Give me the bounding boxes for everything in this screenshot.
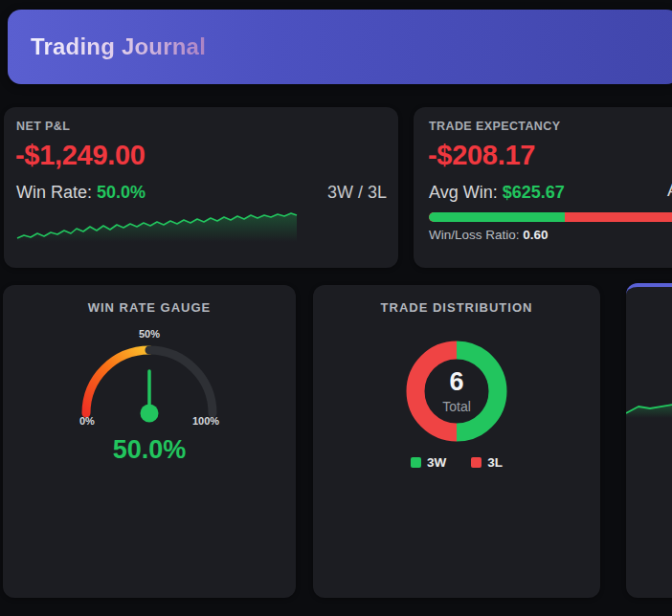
record-text: 3W / 3L xyxy=(327,183,387,203)
win-rate-gauge-title: WIN RATE GAUGE xyxy=(3,300,296,315)
app-header: Trading Journal xyxy=(8,10,672,84)
legend-item-losses[interactable]: 3L xyxy=(471,455,503,470)
avg-win-stat: Avg Win: $625.67 xyxy=(429,183,565,203)
win-loss-ratio-label: Win/Loss Ratio: xyxy=(429,228,520,242)
trade-expectancy-label: TRADE EXPECTANCY xyxy=(429,120,560,133)
win-loss-ratio-value: 0.60 xyxy=(523,228,548,242)
win-loss-bar-green-segment xyxy=(429,212,565,222)
trade-distribution-title: TRADE DISTRIBUTION xyxy=(313,300,600,315)
legend-label-losses: 3L xyxy=(487,455,503,470)
net-pnl-stat-row: Win Rate: 50.0% 3W / 3L xyxy=(16,183,387,203)
trade-expectancy-card: TRADE EXPECTANCY -$208.17 Avg Win: $625.… xyxy=(414,107,672,268)
partial-sparkline-chart xyxy=(626,400,672,419)
donut-total-label: Total xyxy=(442,399,471,414)
page-title-secondary: Journal xyxy=(115,33,206,59)
gauge-tick-50: 50% xyxy=(3,328,296,340)
legend-label-wins: 3W xyxy=(427,455,446,470)
donut-total-value: 6 xyxy=(449,369,463,395)
gauge-needle-pivot xyxy=(141,405,159,423)
win-rate-value: 50.0% xyxy=(97,183,146,202)
net-pnl-value: -$1,249.00 xyxy=(15,140,146,171)
net-pnl-label: NET P&L xyxy=(16,120,70,133)
avg-win-label: Avg Win: xyxy=(429,183,498,202)
pnl-sparkline-chart xyxy=(15,207,299,243)
donut-center-text: 6 Total xyxy=(313,341,600,442)
legend-swatch-losses xyxy=(471,457,482,468)
win-rate-stat: Win Rate: 50.0% xyxy=(16,183,146,203)
gauge-tick-100: 100% xyxy=(192,415,219,427)
legend-swatch-wins xyxy=(411,457,421,468)
gauge-value-text: 50.0% xyxy=(3,435,296,465)
page-title-primary: Trading xyxy=(31,33,115,59)
win-rate-label: Win Rate: xyxy=(16,183,92,202)
gauge-tick-0: 0% xyxy=(79,415,95,427)
win-loss-ratio-stat: Win/Loss Ratio: 0.60 xyxy=(429,228,549,242)
win-rate-gauge-card: WIN RATE GAUGE 50% 0% 100% 50.0% xyxy=(3,285,296,598)
gauge-inactive-arc xyxy=(149,350,213,413)
win-loss-bar xyxy=(429,212,672,222)
trade-distribution-card: TRADE DISTRIBUTION 6 Total 3W 3L xyxy=(313,285,600,598)
trade-expectancy-value: -$208.17 xyxy=(428,140,535,171)
gauge-active-arc xyxy=(86,350,149,413)
partial-right-card xyxy=(626,283,672,598)
legend-item-wins[interactable]: 3W xyxy=(411,455,446,470)
donut-legend: 3W 3L xyxy=(313,455,600,470)
page-title: Trading Journal xyxy=(31,33,206,60)
net-pnl-card: NET P&L -$1,249.00 Win Rate: 50.0% 3W / … xyxy=(4,107,398,268)
avg-loss-label-fragment: A xyxy=(667,181,672,201)
avg-win-value: $625.67 xyxy=(503,183,565,202)
